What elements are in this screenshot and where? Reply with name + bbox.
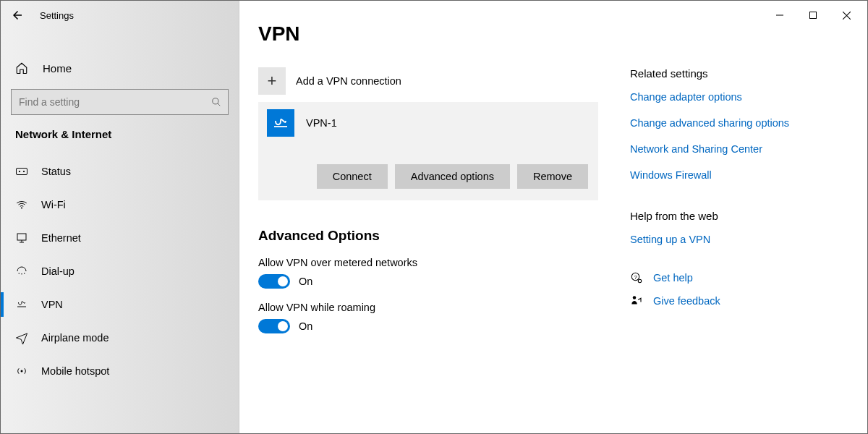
remove-button[interactable]: Remove — [517, 164, 588, 189]
link-setting-up-vpn[interactable]: Setting up a VPN — [630, 234, 853, 245]
svg-point-10 — [21, 273, 22, 275]
advanced-options-button[interactable]: Advanced options — [395, 164, 510, 189]
sidebar-item-dialup[interactable]: Dial-up — [1, 255, 239, 288]
sidebar-item-wifi[interactable]: Wi-Fi — [1, 188, 239, 221]
vpn-actions: Connect Advanced options Remove — [258, 144, 598, 189]
svg-point-9 — [19, 273, 20, 274]
page-title: VPN — [258, 22, 630, 46]
link-sharing-options[interactable]: Change advanced sharing options — [630, 117, 853, 129]
toggle-roaming-switch[interactable] — [258, 319, 290, 333]
sidebar-item-hotspot[interactable]: Mobile hotspot — [1, 354, 239, 388]
maximize-button[interactable] — [796, 4, 830, 27]
related-settings-title: Related settings — [630, 67, 853, 80]
sidebar-home-label: Home — [43, 62, 72, 75]
wifi-icon — [15, 198, 28, 211]
get-help-icon: ? — [630, 271, 643, 284]
get-help-link[interactable]: Get help — [653, 272, 693, 284]
home-icon — [15, 61, 28, 75]
search-wrap — [11, 89, 229, 115]
sidebar-item-label: Dial-up — [41, 265, 75, 277]
app-title: Settings — [40, 10, 74, 21]
right-pane: Related settings Change adapter options … — [630, 1, 867, 433]
hotspot-icon — [15, 365, 28, 378]
help-from-web-title: Help from the web — [630, 210, 853, 222]
sidebar-item-label: Ethernet — [41, 232, 81, 244]
sidebar-section-title: Network & Internet — [1, 128, 239, 155]
sidebar-item-label: Airplane mode — [41, 332, 109, 344]
dialup-icon — [15, 265, 28, 278]
svg-point-4 — [23, 171, 25, 172]
link-adapter-options[interactable]: Change adapter options — [630, 91, 853, 103]
toggle-metered-label: Allow VPN over metered networks — [258, 257, 630, 268]
svg-rect-6 — [17, 234, 26, 240]
sidebar-item-ethernet[interactable]: Ethernet — [1, 221, 239, 255]
sidebar: Settings Home Network & Internet Status … — [1, 1, 239, 433]
svg-rect-15 — [810, 12, 817, 19]
toggle-metered-state: On — [299, 276, 312, 287]
sidebar-item-label: Status — [41, 166, 71, 177]
toggle-metered-switch[interactable] — [258, 274, 290, 289]
svg-point-13 — [21, 370, 23, 373]
give-feedback-row[interactable]: Give feedback — [630, 294, 853, 307]
ethernet-icon — [15, 231, 28, 244]
main: VPN + Add a VPN connection VPN-1 Connect… — [239, 1, 867, 433]
give-feedback-link[interactable]: Give feedback — [653, 295, 720, 307]
svg-point-3 — [19, 171, 20, 172]
vpn-connection-icon — [267, 109, 294, 137]
svg-rect-2 — [17, 169, 27, 175]
toggle-roaming: Allow VPN while roaming On — [258, 302, 630, 333]
airplane-icon — [15, 331, 28, 344]
vpn-connection-header: VPN-1 — [258, 102, 598, 144]
get-help-row[interactable]: ? Get help — [630, 271, 853, 284]
window-controls — [763, 4, 863, 27]
feedback-icon — [630, 294, 643, 307]
plus-icon: + — [258, 67, 286, 95]
svg-point-11 — [24, 273, 25, 274]
content: VPN + Add a VPN connection VPN-1 Connect… — [239, 1, 630, 433]
vpn-icon — [15, 298, 28, 311]
vpn-connection-card[interactable]: VPN-1 Connect Advanced options Remove — [258, 102, 598, 200]
toggle-roaming-label: Allow VPN while roaming — [258, 302, 630, 313]
svg-point-5 — [21, 208, 22, 209]
sidebar-item-status[interactable]: Status — [1, 155, 239, 188]
sidebar-item-vpn[interactable]: VPN — [1, 288, 239, 321]
svg-point-21 — [638, 279, 642, 283]
add-vpn-connection[interactable]: + Add a VPN connection — [258, 67, 630, 95]
close-button[interactable] — [830, 4, 863, 27]
toggle-roaming-state: On — [299, 320, 312, 332]
svg-point-22 — [633, 296, 637, 299]
sidebar-item-airplane[interactable]: Airplane mode — [1, 321, 239, 354]
svg-line-1 — [218, 103, 221, 106]
sidebar-item-label: Mobile hotspot — [41, 365, 109, 377]
toggle-metered: Allow VPN over metered networks On — [258, 257, 630, 289]
link-network-center[interactable]: Network and Sharing Center — [630, 143, 853, 155]
connect-button[interactable]: Connect — [317, 164, 388, 189]
status-icon — [15, 165, 28, 178]
svg-text:?: ? — [634, 274, 637, 281]
sidebar-item-label: Wi-Fi — [41, 199, 66, 210]
back-arrow-icon[interactable] — [11, 9, 24, 22]
search-input[interactable] — [11, 89, 229, 115]
sidebar-header: Settings — [1, 1, 239, 30]
add-vpn-label: Add a VPN connection — [296, 75, 401, 87]
search-icon — [211, 97, 221, 107]
sidebar-home[interactable]: Home — [1, 51, 239, 85]
vpn-connection-name: VPN-1 — [306, 117, 337, 129]
minimize-button[interactable] — [763, 4, 796, 27]
sidebar-item-label: VPN — [41, 299, 63, 310]
sidebar-nav: Status Wi-Fi Ethernet Dial-up VPN Airpla… — [1, 155, 239, 388]
link-windows-firewall[interactable]: Windows Firewall — [630, 169, 853, 181]
advanced-options-title: Advanced Options — [258, 228, 630, 244]
svg-point-0 — [213, 98, 218, 104]
